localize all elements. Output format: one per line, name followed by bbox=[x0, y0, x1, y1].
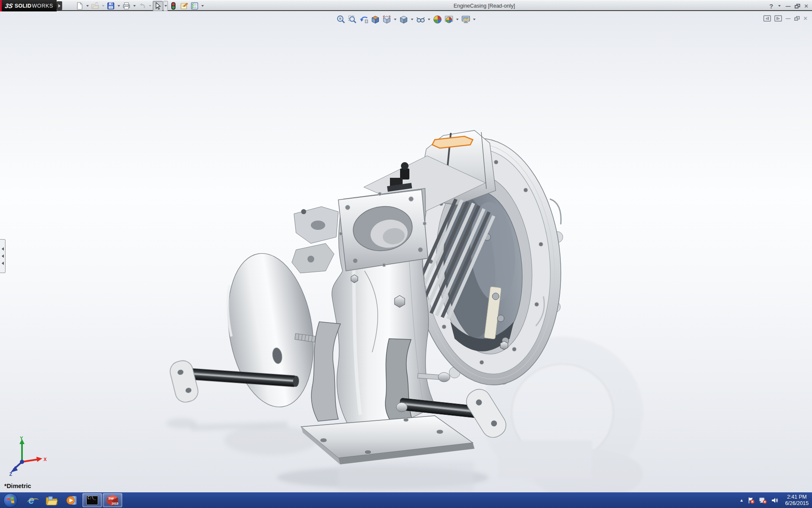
intake-flange bbox=[338, 190, 428, 271]
taskbar-internet-explorer[interactable]: e bbox=[22, 493, 41, 507]
hide-show-items-button[interactable] bbox=[415, 14, 426, 25]
right-arrow-icon bbox=[58, 4, 60, 8]
close-document-button[interactable]: ✕ bbox=[803, 15, 808, 22]
action-center-flag-icon[interactable] bbox=[747, 497, 755, 504]
restore-app-button[interactable] bbox=[795, 4, 800, 8]
save-icon bbox=[107, 2, 115, 10]
print-button[interactable] bbox=[121, 1, 132, 11]
network-status-icon[interactable] bbox=[759, 497, 767, 504]
internet-explorer-icon: e bbox=[28, 495, 34, 505]
triad-x-arrow bbox=[36, 457, 42, 462]
menu-expand-arrow[interactable] bbox=[57, 1, 62, 10]
hide-show-items-caret[interactable] bbox=[427, 15, 431, 24]
show-hidden-icons-button[interactable]: ▲ bbox=[739, 498, 743, 502]
media-player-icon bbox=[66, 495, 78, 506]
title-bar: 3S SOLID WORKS bbox=[0, 0, 812, 11]
command-prompt-icon: C:\_ bbox=[86, 496, 98, 505]
save-dropdown-caret[interactable] bbox=[116, 1, 121, 11]
undo-button[interactable] bbox=[137, 1, 147, 11]
view-orientation-caret[interactable] bbox=[393, 15, 398, 24]
save-button[interactable] bbox=[106, 1, 116, 11]
print-dropdown-caret[interactable] bbox=[132, 1, 137, 11]
view-settings-button[interactable] bbox=[461, 14, 471, 25]
heads-up-view-toolbar bbox=[336, 14, 477, 25]
pane-right-icon bbox=[778, 17, 780, 20]
apply-scene-button[interactable] bbox=[444, 14, 454, 25]
display-style-caret[interactable] bbox=[410, 15, 414, 24]
stand-base bbox=[301, 416, 475, 464]
engine-casing-model[interactable] bbox=[0, 12, 812, 492]
triad-z-label: Z bbox=[9, 472, 12, 476]
logo-3s-mark: 3S bbox=[5, 2, 14, 9]
rebuild-traffic-light-icon bbox=[169, 2, 178, 10]
volume-icon[interactable] bbox=[771, 497, 779, 504]
clock-date: 6/26/2015 bbox=[785, 500, 809, 507]
window-title: EngineCasing [Read-only] bbox=[429, 0, 539, 11]
standard-toolbar bbox=[74, 0, 205, 11]
taskbar-windows-explorer[interactable] bbox=[42, 493, 61, 507]
collapse-left-pane-button[interactable] bbox=[763, 15, 771, 22]
undo-icon bbox=[138, 2, 146, 10]
display-style-icon bbox=[398, 14, 409, 25]
solidworks-logo: 3S SOLID WORKS bbox=[0, 0, 57, 11]
display-style-button[interactable] bbox=[398, 14, 409, 25]
new-document-button[interactable] bbox=[74, 1, 85, 11]
apply-scene-icon bbox=[444, 14, 454, 25]
file-properties-icon bbox=[180, 2, 188, 10]
folder-icon bbox=[45, 495, 58, 506]
start-button[interactable] bbox=[3, 493, 18, 508]
left-arrow-icon bbox=[2, 247, 4, 251]
restore-document-button[interactable] bbox=[794, 16, 800, 21]
previous-view-icon bbox=[359, 14, 369, 25]
window-controls: ? — ✕ bbox=[769, 0, 809, 11]
minimize-document-button[interactable]: — bbox=[785, 15, 791, 22]
svg-text:2015: 2015 bbox=[112, 502, 118, 505]
graphics-viewport[interactable]: — ✕ bbox=[0, 12, 812, 492]
taskbar: e C:\_ SW 2015 ▲ bbox=[0, 492, 812, 508]
options-dropdown-caret[interactable] bbox=[200, 1, 205, 11]
left-arrow-icon bbox=[2, 262, 4, 265]
help-dropdown-caret[interactable] bbox=[777, 1, 782, 11]
document-window-controls: — ✕ bbox=[763, 15, 808, 22]
file-properties-button[interactable] bbox=[179, 1, 189, 11]
view-settings-caret[interactable] bbox=[472, 15, 477, 24]
taskbar-command-prompt[interactable]: C:\_ bbox=[82, 493, 102, 507]
taskbar-clock[interactable]: 2:41 PM 6/26/2015 bbox=[785, 494, 809, 507]
view-orientation-button[interactable] bbox=[381, 14, 392, 25]
close-app-button[interactable]: ✕ bbox=[804, 3, 809, 9]
logo-text-light: WORKS bbox=[32, 3, 53, 9]
minimize-app-button[interactable]: — bbox=[785, 3, 791, 9]
help-button[interactable]: ? bbox=[769, 3, 773, 10]
previous-view-button[interactable] bbox=[359, 14, 369, 25]
zoom-to-fit-icon bbox=[336, 14, 346, 25]
rebuild-button[interactable] bbox=[168, 1, 178, 11]
triad-x-label: X bbox=[44, 457, 47, 462]
edit-appearance-button[interactable] bbox=[432, 14, 443, 25]
edit-appearance-icon bbox=[432, 14, 442, 25]
open-dropdown-caret[interactable] bbox=[101, 1, 105, 11]
view-settings-icon bbox=[461, 14, 471, 25]
zoom-to-area-button[interactable] bbox=[347, 14, 358, 25]
open-document-button[interactable] bbox=[90, 1, 100, 11]
apply-scene-caret[interactable] bbox=[455, 15, 460, 24]
zoom-to-area-icon bbox=[347, 14, 357, 25]
hide-show-items-icon bbox=[415, 14, 425, 25]
new-dropdown-caret[interactable] bbox=[85, 1, 90, 11]
view-orientation-icon bbox=[381, 14, 392, 25]
taskbar-solidworks[interactable]: SW 2015 bbox=[103, 493, 122, 507]
pane-left-icon bbox=[765, 17, 767, 20]
feature-manager-collapsed-tab[interactable] bbox=[0, 239, 5, 273]
taskbar-media-player[interactable] bbox=[62, 493, 82, 507]
windows-logo-icon bbox=[6, 496, 15, 505]
zoom-to-fit-button[interactable] bbox=[336, 14, 346, 25]
select-tool-button[interactable] bbox=[153, 1, 163, 11]
collapse-right-pane-button[interactable] bbox=[774, 15, 782, 22]
reference-triad: Y X Z bbox=[6, 436, 48, 476]
new-document-icon bbox=[75, 2, 84, 10]
select-dropdown-caret[interactable] bbox=[163, 1, 168, 11]
print-icon bbox=[122, 2, 131, 10]
system-tray: ▲ 2:41 PM 6/26/2015 bbox=[739, 494, 812, 507]
section-view-button[interactable] bbox=[370, 14, 381, 25]
undo-dropdown-caret[interactable] bbox=[148, 1, 152, 11]
options-button[interactable] bbox=[189, 1, 200, 11]
